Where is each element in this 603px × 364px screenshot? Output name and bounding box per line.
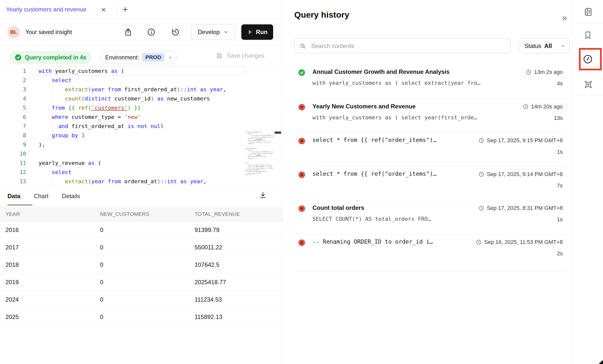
- query-duration: 1s: [557, 216, 563, 223]
- panel-title: Query history: [294, 10, 349, 20]
- clock-icon: [478, 205, 484, 211]
- cursor-artifact: [599, 360, 603, 364]
- line-number: 2: [0, 76, 26, 85]
- query-snippet: SELECT COUNT(*) AS total_orders FRO…: [312, 216, 431, 222]
- code-content[interactable]: with yearly_customers as ( select extrac…: [39, 66, 245, 185]
- table-cell: 91399.79: [195, 221, 219, 239]
- query-snippet: with yearly_customers as ( select year(f…: [312, 114, 477, 121]
- table-cell: 0: [100, 308, 103, 326]
- query-history-item[interactable]: Annual Customer Growth and Revenue Analy…: [283, 68, 572, 98]
- table-cell: 0: [100, 291, 103, 308]
- table-row[interactable]: 20170550011.22: [0, 239, 282, 256]
- table-cell: 2017: [5, 239, 19, 256]
- table-row[interactable]: 20250115892.13: [0, 308, 282, 326]
- table-cell: 107642.5: [195, 256, 219, 273]
- query-duration: 7s: [557, 182, 563, 189]
- table-row[interactable]: 20180107642.5: [0, 256, 282, 273]
- list-divider: [294, 234, 567, 234]
- table-cell: 0: [100, 273, 103, 291]
- success-check-icon: [14, 54, 22, 61]
- collapse-panel-icon[interactable]: [561, 14, 569, 22]
- query-title: select * from {{ ref("order_items")…: [312, 171, 437, 177]
- document-header: BL Your saved insight Develop Run: [0, 19, 282, 46]
- list-divider: [294, 166, 567, 166]
- query-history-item[interactable]: -- Renaming ORDER_ID to order_id i… Sep …: [283, 238, 572, 268]
- new-tab-icon[interactable]: [121, 6, 129, 13]
- line-number: 13: [0, 177, 26, 185]
- query-snippet: with yearly_customers as ( select extrac…: [312, 80, 481, 86]
- editor-scrollbar-thumb[interactable]: [275, 132, 281, 134]
- sql-code-editor[interactable]: 12345678910111213 with yearly_customers …: [0, 65, 282, 185]
- app-root: Yearly customers and revenue BL Your sav…: [0, 0, 603, 364]
- line-number: 8: [0, 131, 26, 140]
- search-box[interactable]: [294, 39, 511, 53]
- error-icon: [298, 205, 306, 213]
- sidebar-divider: [572, 23, 603, 24]
- dbt-icon[interactable]: [583, 79, 593, 89]
- line-number: 12: [0, 168, 26, 177]
- bookmark-icon[interactable]: [583, 31, 593, 40]
- close-tab-icon[interactable]: [100, 6, 107, 13]
- table-cell: 550011.22: [195, 239, 222, 256]
- notebook-icon[interactable]: [583, 7, 593, 17]
- table-row[interactable]: 20240111234.53: [0, 291, 282, 308]
- line-number: 4: [0, 94, 26, 103]
- play-icon: [247, 29, 253, 35]
- chevron-down-icon: [168, 55, 173, 60]
- query-title: select * from {{ ref("order_items")…: [312, 137, 437, 143]
- status-filter-dropdown[interactable]: Status All: [519, 39, 570, 53]
- table-cell: 111234.53: [195, 291, 222, 308]
- error-icon: [298, 239, 306, 247]
- error-icon: [298, 137, 306, 145]
- save-changes-button[interactable]: Save changes: [216, 49, 264, 62]
- version-history-icon[interactable]: [171, 28, 180, 37]
- error-icon: [298, 103, 306, 111]
- table-cell: 0: [100, 239, 103, 256]
- active-tab-underline: [7, 204, 32, 206]
- sidebar-divider: [572, 95, 603, 96]
- run-button[interactable]: Run: [241, 24, 273, 40]
- table-row[interactable]: 201902025418.77: [0, 273, 282, 291]
- query-timestamp-text: Sep 17, 2025, 9:14 PM GMT+8: [487, 171, 563, 178]
- tab-yearly-customers-and-revenue[interactable]: Yearly customers and revenue: [6, 0, 86, 19]
- results-tab-data[interactable]: Data: [7, 193, 20, 200]
- clock-icon: [478, 137, 484, 143]
- query-history-item[interactable]: select * from {{ ref("order_items")… Sep…: [283, 170, 572, 200]
- environment-selector[interactable]: Environment: PROD: [100, 51, 177, 64]
- chevron-down-icon: [560, 44, 565, 48]
- avatar[interactable]: BL: [7, 26, 20, 38]
- editor-minimap[interactable]: with yearly_customers as ( select extrac…: [245, 132, 273, 184]
- query-history-item[interactable]: Yearly New Customers and Revenue with ye…: [283, 102, 572, 132]
- share-icon[interactable]: [124, 28, 133, 37]
- table-row[interactable]: 2016091399.79: [0, 221, 282, 239]
- query-duration: 1s: [557, 149, 563, 155]
- run-button-label: Run: [256, 29, 268, 36]
- save-icon: [216, 52, 223, 59]
- status-filter-label: Status: [524, 43, 541, 49]
- query-timestamp: Sep 16, 2025, 11:53 PM GMT+8: [476, 239, 563, 245]
- query-history-item[interactable]: Count total orders SELECT COUNT(*) AS to…: [283, 204, 572, 234]
- success-icon: [298, 69, 306, 77]
- list-divider: [294, 200, 567, 200]
- query-title: Yearly New Customers and Revenue: [312, 103, 416, 110]
- query-duration: 13s: [554, 115, 563, 121]
- list-divider: [294, 98, 567, 98]
- results-tab-details[interactable]: Details: [62, 193, 80, 200]
- query-history-item[interactable]: select * from {{ ref("order_items")… Sep…: [283, 136, 572, 166]
- line-number: 7: [0, 122, 26, 131]
- download-results-icon[interactable]: [259, 191, 267, 199]
- develop-button[interactable]: Develop: [191, 24, 236, 40]
- query-status-text: Query completed in 4s: [25, 54, 86, 61]
- info-icon[interactable]: [147, 28, 156, 37]
- results-tab-chart[interactable]: Chart: [34, 193, 49, 200]
- query-history-icon[interactable]: [583, 54, 593, 64]
- query-title: Count total orders: [312, 204, 364, 211]
- query-timestamp: Sep 17, 2025, 8:31 PM GMT+8: [478, 205, 563, 211]
- query-timestamp: Sep 17, 2025, 9:15 PM GMT+8: [478, 137, 563, 144]
- query-duration: 4s: [557, 80, 563, 87]
- query-timestamp-text: Sep 17, 2025, 8:31 PM GMT+8: [487, 205, 563, 211]
- table-cell: 2024: [5, 291, 19, 308]
- editor-panel: Yearly customers and revenue BL Your sav…: [0, 0, 283, 364]
- error-icon: [298, 171, 306, 179]
- search-input[interactable]: [311, 43, 505, 49]
